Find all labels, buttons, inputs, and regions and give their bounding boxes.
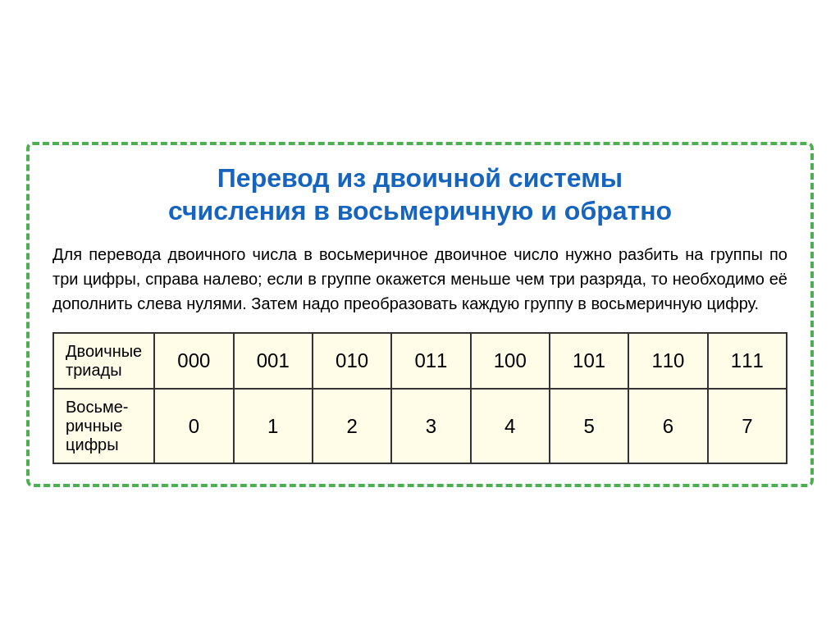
binary-101: 101 (550, 333, 628, 389)
octal-4: 4 (471, 389, 550, 463)
binary-triads-header: Двоичные триады (53, 333, 154, 389)
octal-2: 2 (313, 389, 391, 463)
octal-3: 3 (391, 389, 470, 463)
page-title: Перевод из двоичной системы счисления в … (52, 162, 788, 227)
octal-5: 5 (550, 389, 628, 463)
table-row-binary: Двоичные триады 000 001 010 011 100 101 … (53, 333, 787, 389)
binary-110: 110 (628, 333, 707, 389)
binary-111: 111 (708, 333, 787, 389)
conversion-table: Двоичные триады 000 001 010 011 100 101 … (52, 332, 788, 464)
title-line1: Перевод из двоичной системы (217, 163, 623, 193)
binary-010: 010 (313, 333, 391, 389)
octal-7: 7 (708, 389, 787, 463)
table-row-octal: Восьме-ричныецифры 0 1 2 3 4 5 6 7 (53, 389, 787, 463)
binary-100: 100 (471, 333, 550, 389)
binary-000: 000 (154, 333, 233, 389)
octal-0: 0 (154, 389, 233, 463)
main-card: Перевод из двоичной системы счисления в … (26, 142, 814, 487)
title-line2: счисления в восьмеричную и обратно (168, 196, 672, 226)
description-text: Для перевода двоичного числа в восьмерич… (52, 242, 788, 316)
octal-6: 6 (628, 389, 707, 463)
octal-1: 1 (234, 389, 313, 463)
octal-digits-header: Восьме-ричныецифры (53, 389, 154, 463)
binary-011: 011 (391, 333, 470, 389)
binary-001: 001 (234, 333, 313, 389)
